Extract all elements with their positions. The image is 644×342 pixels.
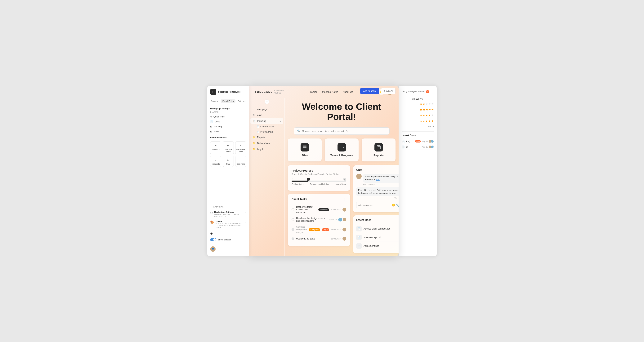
doc-name-2: Main concept.pdf [364,236,398,239]
reports-arrow-icon: › [280,136,281,138]
tab-visual-editor[interactable]: Visual Editor [221,99,236,103]
insert-fusebase-tasks[interactable]: ⊞ FuseBase Tasks [235,141,246,154]
right-docs-title: Latest Docs [402,134,434,137]
general-settings-item[interactable]: ⊙ [210,230,246,237]
block-quicklinks[interactable]: ◇ Quick links [207,114,249,119]
sidebar-item-deliverables[interactable]: 📁 Deliverables › [250,140,283,146]
sidebar-item-project-plan[interactable]: 📄 Project Plan [254,129,283,134]
nav-meeting-notes[interactable]: Meeting Notes [322,90,338,93]
stage-launch: Launch Stage [334,183,346,185]
insert-chat[interactable]: 💬 Chat [223,156,234,167]
tasks-progress-label: Tasks & Progress [330,154,353,157]
star-1-2: ★ [423,102,425,105]
content-plan-icon: 📄 [256,125,259,128]
star-1-1: ★ [420,102,422,105]
star-1-4: ★ [428,102,431,105]
sidebar-item-legal[interactable]: 📁 Legal › [250,146,283,152]
svg-rect-8 [378,147,379,147]
quick-link-reports[interactable]: Reports [362,138,396,161]
check-mark: ✓ [292,178,293,180]
right-doc-name-2: nt [406,146,420,148]
doc-icon-2: 📄 [356,235,362,240]
attachment-icon[interactable]: 📎 [396,204,398,207]
planning-expand-icon: ▾ [280,120,281,122]
app-logo-icon: F [210,89,216,95]
task-checkbox-2[interactable] [292,218,294,221]
star-2-3: ★ [426,108,428,111]
task-checkbox-4[interactable] [292,237,294,240]
search-input[interactable] [302,130,386,133]
show-sidebar-toggle[interactable] [210,238,216,241]
diamond-icon: ◇ [210,115,212,118]
task-avatar-4 [342,237,346,241]
ask-ai-button[interactable]: ✦ Ask AI [381,88,396,94]
star-3-2: ★ [423,114,425,117]
star-3-1: ★ [420,114,422,117]
files-icon [300,143,309,151]
user-avatar-sidebar[interactable]: 👤 [210,246,216,252]
task-avatar-1 [342,208,346,212]
left-sidebar: F FuseBase Portal Editor Content Visual … [207,86,249,256]
sidebar-item-content-plan[interactable]: 📄 Content Plan [254,124,283,129]
project-progress-card: Project Progress Brand & Website Redesig… [288,165,350,191]
task-item-3: Conduct competitor analysis Analytrics H… [292,224,346,235]
right-doc-item-1: 📄 PIs). High Aug 12 [402,139,434,144]
quick-link-files[interactable]: Files [288,138,322,161]
doc-item-1: 📄 Agency client contract.doc [356,225,398,233]
theme-settings-item[interactable]: 🎨 Theme Choose colors and more to match … [210,219,246,230]
quick-links-row: Files Tasks & Progress [288,138,396,161]
block-meeting[interactable]: ⊞ Meeting [207,124,249,129]
tasks-progress-icon [338,143,346,151]
project-progress-title: Project Progress [292,169,346,172]
block-docs[interactable]: 📄 Docs [207,119,249,124]
quick-link-tasks-progress[interactable]: Tasks & Progress [325,138,358,161]
nav-settings-item[interactable]: ⊙ Navigation Settings Manage sidebar, to… [210,209,246,219]
nav-about-us[interactable]: About Us [343,90,353,93]
nav-invoice[interactable]: Invoice [310,90,318,93]
svg-rect-5 [340,148,342,148]
svg-rect-9 [378,148,380,148]
chat-meta-1: Alex Loxter · 1h [363,183,398,185]
sidebar-item-reports[interactable]: 📁 Reports › [250,134,283,140]
block-tasks[interactable]: ⊟ Tasks [207,129,249,134]
tab-content[interactable]: Content [210,99,220,103]
tasks-menu-icon[interactable]: ⋮ [343,198,346,201]
sidebar-tabs: Content Visual Editor Settings [207,97,249,105]
emoji-icon[interactable]: 😊 [392,204,395,207]
add-to-portal-button[interactable]: Add to portal [360,88,379,94]
task-checkbox-3[interactable] [292,228,294,231]
stage-research: Research and Briefing [310,183,329,185]
stage-3-marker: 3 [344,178,346,181]
insert-info-block[interactable]: ☰ Info block [210,141,221,154]
tab-settings[interactable]: Settings [236,99,247,103]
star-4-3: ★ [426,120,428,123]
portal-search: 🔍 [294,127,390,135]
doc-avatar-sm-2 [431,140,434,143]
youtube-icon: ▶ [226,143,230,148]
chat-link[interactable]: link. [376,178,380,181]
right-column: Chat What do you think on new design opt… [353,165,398,253]
sidebar-item-tasks[interactable]: ⊞ Tasks [250,112,283,118]
chat-input[interactable] [358,204,390,206]
docs-header: Latest Docs ⋮ [356,218,398,222]
sidebar-item-homepage[interactable]: ⌂ Home page [250,106,283,112]
svg-rect-1 [303,146,306,147]
planning-sub-items: 📄 Content Plan 📄 Project Plan [249,124,284,134]
task-checkbox-1[interactable] [292,208,294,211]
sidebar-header: F FuseBase Portal Editor [207,89,249,97]
client-tasks-card: Client Tasks ⋮ Define the target market … [288,194,350,246]
high-tag: High [415,140,421,142]
insert-youtube[interactable]: ▶ YouTube video [223,141,234,154]
doc-date-1: Aug 12 [422,140,428,142]
insert-see-more[interactable]: ••• See more [235,156,246,167]
insert-requests[interactable]: ✓ Requests [210,156,221,167]
progress-fill [292,181,308,182]
portal-scroll-content: Welcome to Client Portal! 🔍 [285,98,398,256]
doc-avatar-sm-4 [431,145,434,148]
notification-count: 4 [426,90,429,93]
chat-input-row: 😊 📎 ➤ [356,201,398,209]
chat-title: Chat [356,168,398,171]
collapse-sidebar-button[interactable]: « [264,99,269,104]
sidebar-item-planning[interactable]: 📋 Planning ▾ [250,118,283,124]
show-sidebar-toggle-row: Show Sidebar [210,237,246,243]
